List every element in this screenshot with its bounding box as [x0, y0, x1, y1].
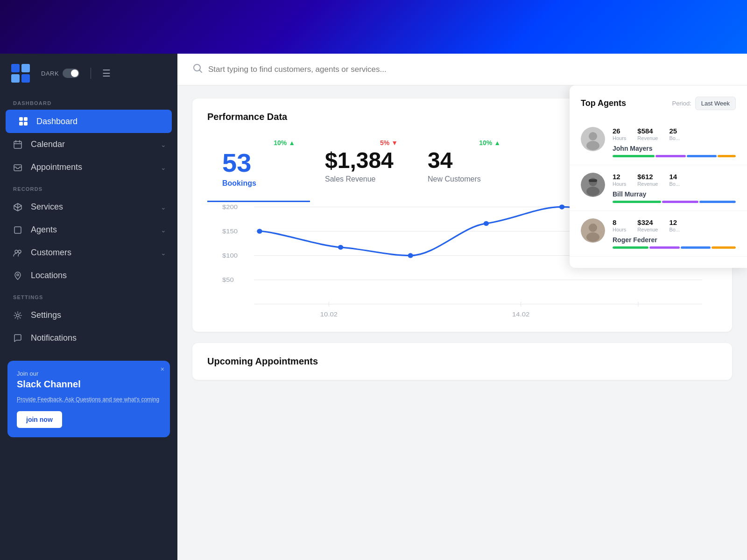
search-input[interactable]: [208, 65, 732, 74]
dark-mode-toggle[interactable]: DARK: [41, 69, 79, 78]
roger-hours: 8 Hours: [613, 218, 626, 232]
revenue-stat[interactable]: 5% ▼ $1,384 Sales Revenue: [310, 132, 413, 202]
agent-avatar-roger: [581, 218, 605, 243]
period-label: Period:: [672, 100, 691, 107]
calendar-chevron-icon: ⌄: [161, 141, 166, 148]
sidebar-item-services-label: Services: [31, 202, 161, 212]
upcoming-title: Upcoming Appointments: [207, 356, 717, 367]
new-customers-stat[interactable]: 10% ▲ 34 New Customers: [413, 132, 515, 202]
slack-pre-text: Join our: [17, 370, 161, 377]
svg-line-15: [200, 70, 202, 73]
agent-info-bill: 12 Hours $612 Revenue 14 Bo...: [613, 173, 736, 203]
revenue-change: 5% ▼: [380, 139, 398, 147]
sidebar-item-locations-label: Locations: [31, 271, 166, 280]
hamburger-icon[interactable]: ☰: [102, 68, 111, 79]
agent-row: 8 Hours $324 Revenue 12 Bo...: [570, 211, 747, 257]
logo-square-2: [21, 64, 30, 72]
new-customers-change: 10% ▲: [479, 139, 500, 147]
agent-info-john: 26 Hours $584 Revenue 25 Bo...: [613, 127, 736, 157]
toggle-track[interactable]: [63, 69, 79, 78]
john-hours: 26 Hours: [613, 127, 626, 141]
search-bar: [177, 54, 747, 85]
upcoming-appointments-card: Upcoming Appointments: [192, 343, 732, 380]
revenue-label: Sales Revenue: [325, 175, 398, 183]
sidebar-item-customers[interactable]: Customers ⌄: [0, 241, 177, 264]
slack-promo-card: × Join our Slack Channel Provide Feedbac…: [7, 361, 170, 437]
revenue-number: $1,384: [325, 148, 398, 173]
sidebar-item-dashboard-label: Dashboard: [36, 117, 161, 126]
sidebar-item-customers-label: Customers: [31, 248, 161, 258]
john-revenue: $584 Revenue: [637, 127, 658, 141]
users-icon: [11, 248, 24, 258]
svg-point-13: [16, 314, 19, 317]
calendar-icon: [11, 140, 24, 149]
agent-info-roger: 8 Hours $324 Revenue 12 Bo...: [613, 218, 736, 249]
logo-square-3: [11, 74, 20, 83]
agents-header: Top Agents Period: Last Week: [570, 97, 747, 119]
sidebar-item-agents-label: Agents: [31, 225, 161, 235]
top-agents-panel: Top Agents Period: Last Week: [570, 85, 747, 268]
new-customers-number: 34: [428, 148, 500, 173]
svg-point-11: [18, 250, 21, 253]
logo-square-4: [21, 74, 30, 83]
svg-text:$50: $50: [222, 276, 234, 283]
bill-bookings: 14 Bo...: [669, 173, 680, 187]
content-area: Performance Data 10% ▲ 53 Bookings: [177, 85, 747, 560]
gear-icon: [11, 311, 24, 320]
sidebar: DARK ☰ DASHBOARD Dashboard: [0, 54, 177, 560]
sidebar-item-notifications[interactable]: Notifications: [0, 327, 177, 350]
period-button[interactable]: Last Week: [695, 97, 736, 110]
services-chevron-icon: ⌄: [161, 203, 166, 211]
agent-avatar-bill: [581, 173, 605, 197]
svg-rect-2: [19, 122, 23, 126]
svg-text:$150: $150: [222, 227, 238, 234]
sidebar-item-notifications-label: Notifications: [31, 333, 166, 343]
svg-rect-9: [14, 227, 21, 233]
sidebar-item-settings[interactable]: Settings: [0, 304, 177, 327]
new-customers-label: New Customers: [428, 175, 500, 183]
sidebar-item-services[interactable]: Services ⌄: [0, 196, 177, 218]
search-icon: [192, 63, 203, 76]
sidebar-item-settings-label: Settings: [31, 310, 166, 320]
nav-section-dashboard: DASHBOARD: [0, 93, 177, 110]
svg-point-40: [586, 141, 599, 150]
svg-rect-3: [24, 122, 28, 126]
bookings-change: 10% ▲: [274, 139, 295, 147]
agent-stats-bill: 12 Hours $612 Revenue 14 Bo...: [613, 173, 736, 187]
sidebar-item-locations[interactable]: Locations: [0, 264, 177, 287]
bookings-stat[interactable]: 10% ▲ 53 Bookings: [207, 132, 310, 202]
svg-point-39: [589, 132, 597, 140]
svg-point-30: [257, 229, 262, 233]
sidebar-header: DARK ☰: [0, 54, 177, 93]
bill-revenue: $612 Revenue: [637, 173, 658, 187]
svg-rect-4: [14, 141, 21, 148]
svg-point-33: [484, 221, 489, 225]
grid-icon: [17, 116, 30, 126]
svg-text:14.02: 14.02: [512, 310, 529, 317]
slack-close-button[interactable]: ×: [161, 365, 164, 373]
main-content: Performance Data 10% ▲ 53 Bookings: [177, 54, 747, 560]
agent-row: 26 Hours $584 Revenue 25 Bo...: [570, 119, 747, 165]
john-bar: [613, 155, 736, 157]
svg-text:$200: $200: [222, 203, 238, 210]
svg-text:10.02: 10.02: [320, 310, 338, 317]
bookings-label: Bookings: [222, 179, 295, 188]
customers-chevron-icon: ⌄: [161, 249, 166, 257]
sidebar-item-dashboard[interactable]: Dashboard: [6, 110, 172, 133]
sidebar-item-appointments[interactable]: Appointments ⌄: [0, 156, 177, 179]
svg-point-43: [586, 187, 599, 196]
agents-title: Top Agents: [581, 98, 626, 108]
sidebar-item-agents[interactable]: Agents ⌄: [0, 218, 177, 241]
svg-point-34: [559, 204, 564, 209]
bill-hours: 12 Hours: [613, 173, 626, 187]
chat-icon: [11, 334, 24, 343]
cube-icon: [11, 203, 24, 212]
nav-section-settings: SETTINGS: [0, 287, 177, 304]
inbox-icon: [11, 163, 24, 172]
roger-revenue: $324 Revenue: [637, 218, 658, 232]
roger-bookings: 12 Bo...: [669, 218, 680, 232]
sidebar-item-calendar[interactable]: Calendar ⌄: [0, 133, 177, 156]
slack-title: Slack Channel: [17, 379, 161, 390]
slack-join-button[interactable]: join now: [17, 411, 62, 428]
svg-rect-8: [14, 165, 21, 171]
